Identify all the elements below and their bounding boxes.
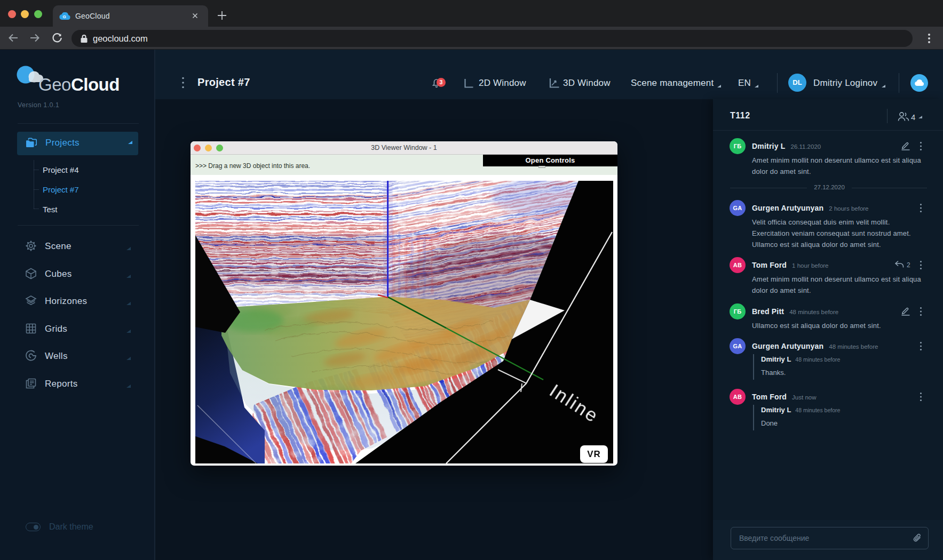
svg-text:G: G <box>62 14 66 19</box>
svg-text:VR: VR <box>587 449 601 459</box>
svg-text:GeoCloud: GeoCloud <box>38 75 120 94</box>
